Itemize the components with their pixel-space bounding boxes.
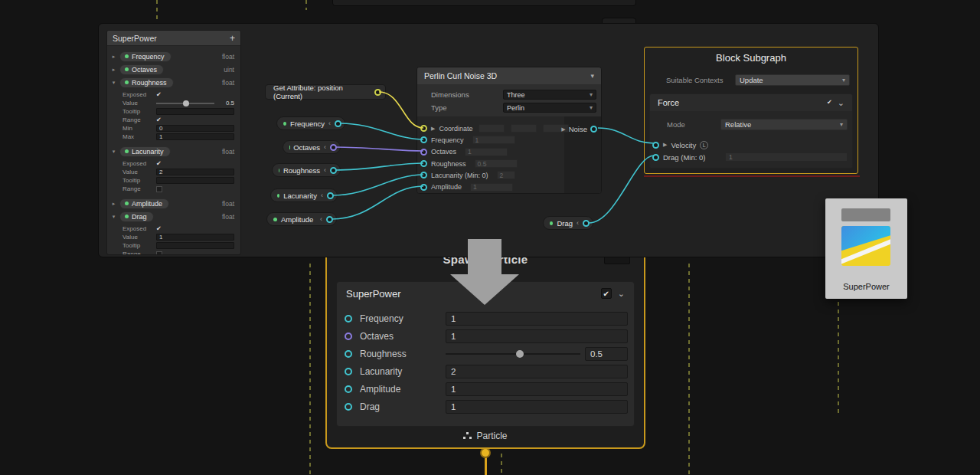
blackboard-item-amplitude[interactable]: ▸ Amplitude float	[110, 197, 236, 210]
amplitude-input[interactable]: 1	[470, 183, 513, 192]
input-port-icon[interactable]	[652, 154, 659, 161]
flow-output-port-icon[interactable]	[480, 447, 491, 458]
dimensions-dropdown[interactable]: Three▾	[503, 90, 596, 100]
collapse-icon[interactable]: ‹	[324, 143, 326, 151]
input-port-icon[interactable]	[420, 149, 427, 156]
parameter-node-drag[interactable]: Drag ‹	[543, 216, 593, 230]
plus-icon[interactable]: +	[230, 33, 235, 44]
checkbox-checked[interactable]: ✔	[156, 161, 162, 167]
wire-lacunarity[interactable]	[332, 175, 423, 195]
input-port-icon[interactable]	[420, 136, 427, 143]
coordinate-x-input[interactable]	[479, 124, 505, 133]
input-port-icon[interactable]	[420, 125, 427, 132]
drag-input[interactable]: 1	[446, 400, 628, 414]
coordinate-y-input[interactable]	[511, 124, 537, 133]
blackboard-item-frequency[interactable]: ▸ Frequency float	[110, 50, 236, 63]
disclosure-triangle-icon[interactable]: ▸	[110, 201, 117, 207]
collapse-icon[interactable]: ‹	[320, 215, 322, 223]
parameter-node-frequency[interactable]: Frequency ‹	[276, 116, 345, 130]
parameter-node-roughness[interactable]: Roughness ‹	[272, 163, 341, 177]
input-port-icon[interactable]	[345, 385, 352, 393]
input-port-icon[interactable]	[420, 184, 427, 191]
input-port-icon[interactable]	[345, 403, 352, 411]
roughness-input[interactable]: 0.5	[475, 159, 518, 168]
type-dropdown[interactable]: Perlin▾	[503, 103, 596, 113]
roughness-slider[interactable]	[446, 353, 580, 355]
blackboard-panel[interactable]: SuperPower + ▸ Frequency float ▸ Octaves…	[106, 30, 241, 255]
output-port-icon[interactable]	[327, 192, 334, 199]
wire-octaves[interactable]	[335, 147, 423, 151]
input-port-icon[interactable]	[652, 142, 659, 149]
input-port-icon[interactable]	[345, 350, 352, 358]
disclosure-triangle-icon[interactable]: ▾	[110, 149, 117, 155]
frequency-input[interactable]: 1	[446, 312, 628, 326]
blackboard-item-drag[interactable]: ▾ Drag float	[110, 210, 236, 223]
blackboard-item-roughness[interactable]: ▾ Roughness float	[110, 76, 236, 89]
lacunarity-input[interactable]: 2	[446, 365, 628, 378]
checkbox-checked[interactable]: ✔	[156, 226, 162, 232]
output-port-icon[interactable]	[330, 167, 337, 174]
blackboard-item-octaves[interactable]: ▸ Octaves uint	[110, 63, 236, 76]
suitable-contexts-dropdown[interactable]: Update▾	[735, 74, 850, 86]
get-attribute-node[interactable]: Get Attribute: position (Current)	[265, 84, 386, 100]
collapse-icon[interactable]: ‹	[577, 219, 579, 227]
force-block-header[interactable]: Force ✔ ⌄	[650, 94, 852, 111]
space-badge-icon[interactable]: L	[700, 141, 708, 149]
disclosure-triangle-icon[interactable]: ▸	[110, 54, 117, 60]
output-port-icon[interactable]	[330, 144, 337, 151]
output-port-icon[interactable]	[590, 126, 597, 133]
wire-amplitude[interactable]	[332, 186, 423, 219]
disclosure-triangle-icon[interactable]: ▾	[110, 214, 117, 220]
parameter-node-lacunarity[interactable]: Lacunarity ‹	[270, 188, 338, 202]
parameter-node-amplitude[interactable]: Amplitude ‹	[266, 212, 337, 226]
output-port-icon[interactable]	[583, 220, 590, 227]
octaves-input[interactable]: 1	[465, 148, 508, 156]
value-slider[interactable]	[156, 103, 214, 104]
output-port-icon[interactable]	[335, 120, 341, 127]
parameter-node-octaves[interactable]: Octaves ‹	[283, 140, 341, 154]
collapse-icon[interactable]: ‹	[324, 166, 326, 174]
roughness-input[interactable]: 0.5	[585, 347, 628, 361]
input-port-icon[interactable]	[345, 315, 352, 323]
mode-dropdown[interactable]: Relative▾	[720, 119, 848, 130]
value-input[interactable]: 1	[156, 234, 234, 241]
frequency-input[interactable]: 1	[472, 136, 515, 144]
node-header[interactable]: Perlin Curl Noise 3D ▾	[417, 67, 601, 84]
output-port-icon[interactable]	[374, 89, 381, 96]
amplitude-input[interactable]: 1	[446, 382, 628, 396]
perlin-curl-noise-node[interactable]: Perlin Curl Noise 3D ▾ Dimensions Three▾…	[416, 67, 602, 194]
input-port-icon[interactable]	[345, 368, 352, 375]
checkbox-unchecked[interactable]	[156, 186, 162, 192]
tooltip-input[interactable]	[156, 242, 234, 249]
expand-icon[interactable]: ▶	[431, 126, 435, 132]
wire-roughness[interactable]	[335, 163, 423, 170]
chevron-down-icon[interactable]: ⌄	[618, 289, 625, 299]
drag-input[interactable]: 1	[725, 152, 848, 162]
chevron-down-icon[interactable]: ⌄	[838, 98, 844, 108]
input-port-icon[interactable]	[345, 332, 352, 340]
input-port-icon[interactable]	[420, 172, 427, 179]
chevron-down-icon[interactable]: ▾	[590, 72, 594, 80]
output-port-icon[interactable]	[326, 216, 333, 223]
lacunarity-input[interactable]: 2	[497, 171, 515, 179]
block-subgraph-node[interactable]: Block Subgraph Suitable Contexts Update▾…	[644, 47, 858, 174]
octaves-input[interactable]: 1	[446, 329, 628, 343]
blackboard-item-lacunarity[interactable]: ▾ Lacunarity float	[110, 145, 236, 158]
slider-thumb[interactable]	[516, 350, 524, 358]
block-enabled-checkbox[interactable]: ✔	[601, 288, 612, 299]
subgraph-asset-card[interactable]: SuperPower	[825, 198, 907, 299]
blackboard-header[interactable]: SuperPower +	[107, 31, 240, 46]
force-block[interactable]: Force ✔ ⌄ Mode Relative▾ ▶ Velocity	[649, 93, 853, 169]
checkbox-checked[interactable]: ✔	[156, 117, 162, 123]
checkbox-unchecked[interactable]	[156, 251, 162, 256]
checkbox-checked[interactable]: ✔	[827, 100, 832, 106]
collapse-icon[interactable]: ‹	[328, 120, 331, 127]
collapse-icon[interactable]: ‹	[321, 192, 323, 199]
checkbox-checked[interactable]: ✔	[156, 92, 162, 98]
value-input[interactable]: 2	[156, 169, 234, 175]
max-input[interactable]: 1	[156, 133, 234, 140]
disclosure-triangle-icon[interactable]: ▸	[110, 67, 117, 73]
slider-thumb[interactable]	[183, 100, 189, 106]
expand-icon[interactable]: ▶	[663, 142, 667, 148]
tooltip-input[interactable]	[156, 108, 234, 115]
